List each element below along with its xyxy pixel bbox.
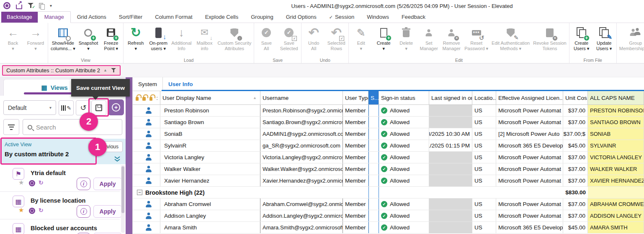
cell-unit-cost[interactable]: $37.00 [563, 210, 588, 221]
view-info-button[interactable]: i [77, 205, 90, 218]
cell-all-caps[interactable]: XAVIER HERNANDEZ [588, 175, 644, 186]
tab-windows[interactable]: Windows [361, 12, 395, 23]
filter-check-icon[interactable]: ✓ [28, 3, 33, 8]
cell-username[interactable]: Walker.Walker@sygx2.onmicrosoft.com [260, 163, 343, 175]
cell-location[interactable]: US [472, 222, 496, 233]
cell-selection[interactable] [368, 163, 379, 175]
tab-sort-filter[interactable]: Sort/Filter [113, 12, 149, 23]
save-selected-button[interactable]: ✓✓Save Selected [278, 24, 300, 51]
cell-license[interactable]: Microsoft Power Automat [496, 105, 563, 116]
cell-last-signed-in[interactable] [429, 187, 472, 198]
cell-location[interactable]: US [472, 117, 496, 128]
cell-license[interactable]: Microsoft 365 E5 Develop [496, 140, 563, 151]
cell-license[interactable]: Microsoft Power Automat [496, 152, 563, 163]
cell-user-type[interactable]: Member [343, 105, 368, 116]
remove-manager-button[interactable]: ×Remove Manager [440, 24, 463, 51]
cell-last-signed-in[interactable] [429, 222, 472, 233]
cell-license[interactable]: Microsoft 365 E5 Develop [496, 222, 563, 233]
reset-password-button[interactable]: ***↺Reset Password ▾ [463, 24, 490, 51]
cell-selection[interactable] [368, 175, 379, 186]
group-membership-button[interactable]: Group Membership... ▾ [618, 24, 644, 51]
forward-button[interactable]: →Forward ▾ [24, 24, 47, 51]
cell-username[interactable]: Addison.Langley@sygx2.onmicrosoft.com [260, 210, 343, 221]
cell-last-signed-in[interactable]: 5/1/2025 01:15 PM [429, 140, 472, 151]
cell-signin-status[interactable]: ✓Allowed [379, 222, 429, 233]
cell-license[interactable] [496, 187, 563, 198]
cell-unit-cost[interactable]: $830.00 [563, 187, 588, 198]
cell-user-icon[interactable] [133, 222, 160, 233]
cell-user-type[interactable]: Member [343, 163, 368, 175]
cell-display-name[interactable]: Amara Smith [160, 222, 260, 233]
table-row[interactable]: SoniaBAADMIN1@sygx2.onmicrosoft.comMembe… [133, 128, 644, 140]
cell-license[interactable]: Microsoft Power Automat [496, 175, 563, 186]
cell-last-signed-in[interactable] [429, 175, 472, 186]
cell-user-type[interactable]: Member [343, 128, 368, 140]
save-view-button[interactable] [91, 100, 106, 115]
cell-username[interactable]: Amara.Smith@sygx2.onmicrosoft.com [260, 222, 343, 233]
rename-view-button[interactable]: ✎ [59, 100, 74, 115]
cell-license[interactable]: Microsoft Power Automat [496, 117, 563, 128]
refresh-button[interactable]: ↻Refresh ▾ [124, 24, 147, 51]
search-input[interactable] [36, 124, 117, 131]
cell-display-name[interactable]: Santiago Brown [160, 117, 260, 128]
table-row[interactable]: Amara SmithAmara.Smith@sygx2.onmicrosoft… [133, 222, 644, 234]
band-tab-user-info[interactable]: User Info [163, 77, 198, 91]
tab-explode-cells[interactable]: Explode Cells [199, 12, 245, 23]
cell-user-type[interactable]: Member [343, 198, 368, 210]
cell-all-caps[interactable]: AMARA SMITH [588, 222, 644, 233]
cell-signin-status[interactable]: ✓Allowed [379, 198, 429, 210]
cell-user-icon[interactable] [133, 128, 160, 140]
cell-selection[interactable] [368, 210, 379, 221]
add-view-button[interactable]: + [108, 99, 124, 115]
col-header-user-type[interactable]: User Type [343, 91, 368, 104]
update-users-button[interactable]: ✎Update Users ▾ [593, 24, 616, 51]
star-icon[interactable]: ★ [18, 179, 24, 186]
panel-divider[interactable] [126, 77, 132, 234]
selected-rows-button[interactable]: ↶✓Selected Rows [325, 24, 348, 51]
cell-selection[interactable] [368, 128, 379, 140]
snapshot-button[interactable]: +Snapshot ▾ [77, 24, 100, 51]
ytria-logo-icon[interactable] [3, 2, 10, 9]
cell-signin-status[interactable]: ✓Allowed [379, 105, 429, 116]
cell-signin-status[interactable]: ✓Allowed [379, 163, 429, 175]
cell-location[interactable]: US [472, 175, 496, 186]
cell-signin-status[interactable]: ✓Allowed [379, 175, 429, 186]
col-header-s[interactable]: S... [368, 91, 379, 104]
cell-unit-cost[interactable]: $37.00 [563, 117, 588, 128]
cell-selection[interactable] [368, 222, 379, 233]
table-row[interactable]: Preston RobinsonPreston.Robinson@sygx2.o… [133, 105, 644, 117]
col-header-all-caps-name[interactable]: ALL CAPS NAME [588, 91, 644, 104]
tab-grid-actions[interactable]: Grid Actions [71, 12, 113, 23]
tab-backstage[interactable]: Backstage [1, 12, 38, 23]
apply-view-button[interactable]: Apply [93, 178, 122, 190]
revoke-session-tokens-button[interactable]: ×Revoke Session Tokens [531, 24, 568, 51]
cell-location[interactable] [472, 187, 496, 198]
tab-session[interactable]: ✓Session [323, 12, 361, 23]
cell-location[interactable]: US [472, 140, 496, 151]
cell-display-name[interactable]: SylvainR [160, 140, 260, 151]
show-hide-columns-button[interactable]: Show/Hide columns... ▾ [49, 24, 77, 51]
tab-feedback[interactable]: Feedback [395, 12, 432, 23]
table-row[interactable]: Addison LangleyAddison.Langley@sygx2.onm… [133, 210, 644, 222]
views-scrollbar[interactable] [121, 165, 125, 233]
edit-button[interactable]: ✎Edit ▾ [350, 24, 372, 51]
cell-username[interactable]: Victoria.Langley@sygx2.onmicrosoft.com [260, 152, 343, 163]
toolbar-menu-caret-icon[interactable]: ▾ [50, 3, 52, 8]
cell-username[interactable]: Xavier.Hernandez@sygx2.onmicrosoft.com [260, 175, 343, 186]
cell-license[interactable]: Microsoft Power Automat [496, 210, 563, 221]
col-header-sign-in-status[interactable]: Sign-in status [379, 91, 429, 104]
on-prem-users-button[interactable]: ↓On-prem users ▾ [147, 24, 170, 51]
cell-all-caps[interactable]: VICTORIA LANGLEY [588, 152, 644, 163]
cell-last-signed-in[interactable] [429, 198, 472, 210]
undo-all-button[interactable]: ↶Undo All [302, 24, 325, 51]
cell-unit-cost[interactable]: $37.00 [563, 105, 588, 116]
cell-username[interactable]: Santiago.Brown@sygx2.onmicrosoft.com [260, 117, 343, 128]
cell-selection[interactable] [368, 198, 379, 210]
cell-all-caps[interactable] [588, 187, 644, 198]
cell-last-signed-in[interactable] [429, 163, 472, 175]
cell-display-name[interactable]: Preston Robinson [160, 105, 260, 116]
band-tab-system[interactable]: System [133, 77, 163, 91]
cell-all-caps[interactable]: WALKER WALKER [588, 163, 644, 175]
cell-user-type[interactable]: Member [343, 117, 368, 128]
cell-selection[interactable] [368, 117, 379, 128]
